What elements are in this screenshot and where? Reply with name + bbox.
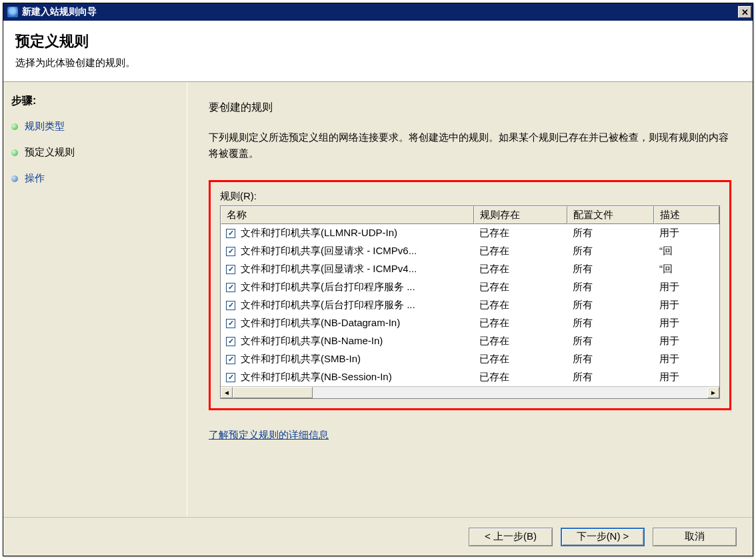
cell-desc: “回: [654, 243, 719, 259]
scroll-right-button[interactable]: ►: [707, 387, 719, 398]
listview-body: ✓文件和打印机共享(LLMNR-UDP-In)已存在所有用于✓文件和打印机共享(…: [221, 224, 719, 386]
wizard-footer: < 上一步(B) 下一步(N) > 取消: [3, 517, 753, 556]
horizontal-scrollbar[interactable]: ◄ ►: [221, 386, 719, 398]
rules-label: 规则(R):: [220, 190, 720, 203]
column-header-exists[interactable]: 规则存在: [474, 206, 567, 224]
rule-name: 文件和打印机共享(NB-Name-In): [241, 335, 383, 348]
step-predefined-rules[interactable]: 预定义规则: [11, 146, 179, 159]
cell-profile: 所有: [567, 243, 654, 259]
rule-checkbox[interactable]: ✓: [226, 301, 235, 310]
page-subtitle: 选择为此体验创建的规则。: [15, 57, 741, 69]
learn-more-link[interactable]: 了解预定义规则的详细信息: [209, 429, 329, 440]
steps-heading: 步骤:: [11, 94, 179, 108]
steps-sidebar: 步骤: 规则类型 预定义规则 操作: [3, 82, 187, 517]
cell-exists: 已存在: [474, 261, 567, 277]
cell-exists: 已存在: [474, 370, 567, 385]
cell-exists: 已存在: [474, 280, 567, 295]
cell-profile: 所有: [567, 298, 654, 313]
table-row[interactable]: ✓文件和打印机共享(SMB-In)已存在所有用于: [221, 350, 719, 368]
cell-exists: 已存在: [474, 316, 567, 331]
rules-highlight-box: 规则(R): 名称 规则存在 配置文件 描述 ✓文件和打印机共享(LLMNR-U…: [209, 180, 731, 410]
wizard-body: 步骤: 规则类型 预定义规则 操作 要创建的规则 下列规则定义所选预定义组的网络…: [3, 82, 753, 517]
table-row[interactable]: ✓文件和打印机共享(回显请求 - ICMPv6...已存在所有“回: [221, 242, 719, 260]
page-title: 预定义规则: [15, 31, 741, 51]
rule-name: 文件和打印机共享(后台打印程序服务 ...: [241, 281, 415, 294]
cell-name: ✓文件和打印机共享(回显请求 - ICMPv6...: [221, 243, 474, 259]
step-bullet-icon: [11, 123, 18, 130]
wizard-header: 预定义规则 选择为此体验创建的规则。: [3, 21, 753, 82]
cell-profile: 所有: [567, 261, 654, 277]
cell-exists: 已存在: [474, 352, 567, 367]
cell-desc: 用于: [654, 316, 719, 331]
rule-name: 文件和打印机共享(LLMNR-UDP-In): [241, 227, 397, 239]
cell-desc: 用于: [654, 334, 719, 349]
listview-header: 名称 规则存在 配置文件 描述: [221, 206, 719, 224]
close-button[interactable]: ✕: [738, 6, 751, 18]
rules-listview[interactable]: 名称 规则存在 配置文件 描述 ✓文件和打印机共享(LLMNR-UDP-In)已…: [220, 205, 720, 399]
scroll-track[interactable]: [233, 387, 707, 398]
rule-name: 文件和打印机共享(回显请求 - ICMPv4...: [241, 263, 417, 275]
table-row[interactable]: ✓文件和打印机共享(后台打印程序服务 ...已存在所有用于: [221, 296, 719, 314]
section-title: 要创建的规则: [209, 101, 731, 115]
rule-checkbox[interactable]: ✓: [226, 265, 235, 274]
step-rule-type[interactable]: 规则类型: [11, 120, 179, 133]
rule-name: 文件和打印机共享(NB-Session-In): [241, 371, 392, 384]
step-label: 操作: [25, 172, 45, 185]
firewall-icon: [7, 7, 18, 17]
back-button[interactable]: < 上一步(B): [469, 528, 553, 546]
scroll-thumb[interactable]: [233, 387, 313, 398]
rule-name: 文件和打印机共享(后台打印程序服务 ...: [241, 299, 415, 312]
table-row[interactable]: ✓文件和打印机共享(NB-Session-In)已存在所有用于: [221, 368, 719, 386]
table-row[interactable]: ✓文件和打印机共享(后台打印程序服务 ...已存在所有用于: [221, 278, 719, 296]
table-row[interactable]: ✓文件和打印机共享(NB-Datagram-In)已存在所有用于: [221, 314, 719, 332]
table-row[interactable]: ✓文件和打印机共享(NB-Name-In)已存在所有用于: [221, 332, 719, 350]
cell-profile: 所有: [567, 316, 654, 331]
step-bullet-icon: [11, 149, 18, 156]
rule-name: 文件和打印机共享(NB-Datagram-In): [241, 317, 400, 330]
cell-desc: 用于: [654, 370, 719, 385]
cell-desc: “回: [654, 261, 719, 277]
cell-exists: 已存在: [474, 298, 567, 313]
cell-exists: 已存在: [474, 225, 567, 241]
cell-desc: 用于: [654, 352, 719, 367]
step-label: 预定义规则: [25, 146, 75, 159]
cell-exists: 已存在: [474, 334, 567, 349]
table-row[interactable]: ✓文件和打印机共享(LLMNR-UDP-In)已存在所有用于: [221, 224, 719, 242]
cell-name: ✓文件和打印机共享(NB-Datagram-In): [221, 316, 474, 331]
rule-checkbox[interactable]: ✓: [226, 373, 235, 382]
rule-checkbox[interactable]: ✓: [226, 247, 235, 256]
cell-desc: 用于: [654, 225, 719, 241]
rule-checkbox[interactable]: ✓: [226, 319, 235, 328]
scroll-left-button[interactable]: ◄: [221, 387, 233, 398]
rule-checkbox[interactable]: ✓: [226, 355, 235, 364]
cell-name: ✓文件和打印机共享(NB-Session-In): [221, 370, 474, 385]
cell-name: ✓文件和打印机共享(SMB-In): [221, 352, 474, 367]
cell-profile: 所有: [567, 280, 654, 295]
cell-profile: 所有: [567, 352, 654, 367]
step-action[interactable]: 操作: [11, 172, 179, 185]
column-header-profile[interactable]: 配置文件: [567, 206, 654, 224]
column-header-name[interactable]: 名称: [221, 206, 474, 224]
next-button[interactable]: 下一步(N) >: [561, 528, 645, 546]
cell-name: ✓文件和打印机共享(回显请求 - ICMPv4...: [221, 261, 474, 277]
column-header-desc[interactable]: 描述: [654, 206, 719, 224]
rule-checkbox[interactable]: ✓: [226, 229, 235, 238]
cell-name: ✓文件和打印机共享(后台打印程序服务 ...: [221, 298, 474, 313]
cell-name: ✓文件和打印机共享(后台打印程序服务 ...: [221, 280, 474, 295]
rule-name: 文件和打印机共享(回显请求 - ICMPv6...: [241, 245, 417, 257]
cell-name: ✓文件和打印机共享(NB-Name-In): [221, 334, 474, 349]
cell-profile: 所有: [567, 334, 654, 349]
titlebar: 新建入站规则向导 ✕: [3, 3, 753, 21]
rule-checkbox[interactable]: ✓: [226, 283, 235, 292]
table-row[interactable]: ✓文件和打印机共享(回显请求 - ICMPv4...已存在所有“回: [221, 260, 719, 278]
cell-profile: 所有: [567, 225, 654, 241]
cell-profile: 所有: [567, 370, 654, 385]
content-panel: 要创建的规则 下列规则定义所选预定义组的网络连接要求。将创建选中的规则。如果某个…: [187, 82, 753, 517]
step-bullet-icon: [11, 175, 18, 182]
window-title: 新建入站规则向导: [22, 6, 738, 18]
rule-checkbox[interactable]: ✓: [226, 337, 235, 346]
close-icon: ✕: [741, 7, 749, 17]
cell-exists: 已存在: [474, 243, 567, 259]
step-label: 规则类型: [25, 120, 65, 133]
cancel-button[interactable]: 取消: [653, 528, 737, 546]
